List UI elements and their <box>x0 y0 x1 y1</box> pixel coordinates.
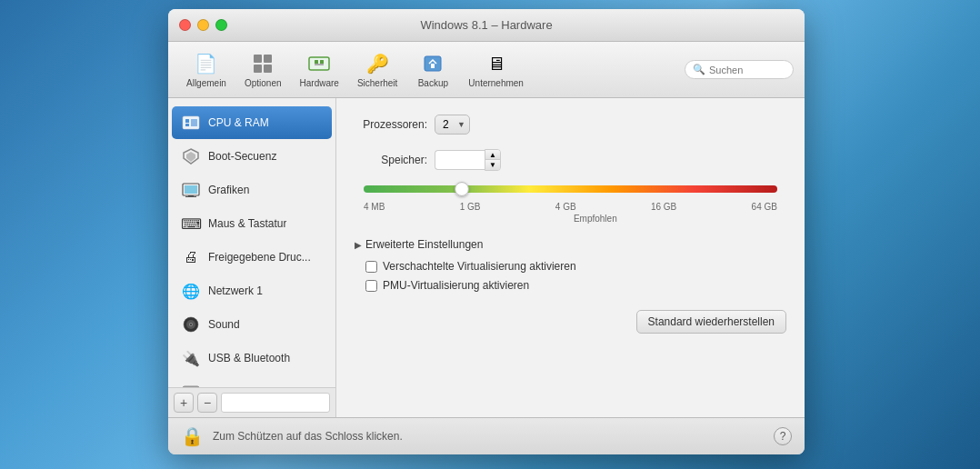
svg-rect-19 <box>185 185 197 194</box>
triangle-icon: ▶ <box>355 240 362 250</box>
search-box[interactable]: 🔍 <box>685 60 794 79</box>
svg-rect-3 <box>264 65 272 73</box>
sidebar-item-sound-label: Sound <box>208 318 240 331</box>
speicher-input[interactable]: 1500 MB <box>435 150 485 170</box>
toolbar-item-allgemein[interactable]: 📄 Allgemein <box>179 47 234 92</box>
sound-icon <box>181 314 201 334</box>
sicherheit-label: Sicherheit <box>357 78 397 88</box>
prozessoren-select-wrapper: 2 1 4 8 ▼ <box>435 115 470 135</box>
svg-rect-9 <box>431 64 435 68</box>
pmu-virt-label: PMU-Virtualisierung aktivieren <box>383 279 529 292</box>
backup-icon <box>420 51 445 76</box>
toolbar-item-unternehmen[interactable]: 🖥 Unternehmen <box>461 47 531 92</box>
pmu-virt-checkbox[interactable] <box>365 280 377 292</box>
sidebar-list: CPU & RAM Boot-Secuenz <box>168 98 335 387</box>
toolbar-item-backup[interactable]: Backup <box>408 47 457 92</box>
sidebar-item-netzwerk1[interactable]: 🌐 Netzwerk 1 <box>172 274 332 307</box>
allgemein-icon: 📄 <box>194 51 219 76</box>
sidebar-item-grafiken-label: Grafiken <box>208 184 249 196</box>
slider-mark1-label: 1 GB <box>460 202 481 212</box>
sidebar-item-maus-tastatur-label: Maus & Tastatur <box>208 217 286 230</box>
svg-rect-12 <box>185 124 189 126</box>
svg-rect-6 <box>320 60 324 64</box>
svg-rect-18 <box>185 196 196 197</box>
slider-mark3-label: 16 GB <box>651 202 676 212</box>
netzwerk1-icon: 🌐 <box>181 281 201 301</box>
hardware-icon <box>306 51 332 76</box>
hardware-label: Hardware <box>300 78 339 88</box>
sidebar-item-netzwerk1-label: Netzwerk 1 <box>208 284 263 297</box>
slider-track[interactable] <box>364 185 777 193</box>
nested-virt-checkbox[interactable] <box>365 261 377 273</box>
slider-thumb[interactable] <box>455 182 469 196</box>
add-item-button[interactable]: + <box>174 393 194 413</box>
sidebar-item-cpu-ram-label: CPU & RAM <box>208 116 269 129</box>
toolbar-item-sicherheit[interactable]: 🔑 Sicherheit <box>350 47 405 92</box>
speicher-increment[interactable]: ▲ <box>485 150 500 160</box>
search-input[interactable] <box>709 65 791 75</box>
usb-bluetooth-icon: 🔌 <box>181 348 201 368</box>
window-controls <box>179 19 227 31</box>
grafiken-icon <box>181 180 201 200</box>
sidebar-item-sound[interactable]: Sound <box>172 308 332 341</box>
sidebar-item-usb-bluetooth[interactable]: 🔌 USB & Bluetooth <box>172 342 332 374</box>
svg-marker-15 <box>186 152 195 162</box>
help-button[interactable]: ? <box>774 427 792 445</box>
sicherheit-icon: 🔑 <box>365 51 390 76</box>
bottom-text: Zum Schützen auf das Schloss klicken. <box>213 430 765 443</box>
bottom-bar: 🔒 Zum Schützen auf das Schloss klicken. … <box>168 417 805 454</box>
toolbar-item-hardware[interactable]: Hardware <box>293 47 346 92</box>
close-button[interactable] <box>179 19 191 31</box>
svg-rect-0 <box>254 55 262 63</box>
window-title: Windows 8.1 – Hardware <box>420 18 552 32</box>
svg-point-23 <box>190 324 192 325</box>
sidebar: CPU & RAM Boot-Secuenz <box>168 98 336 417</box>
svg-rect-2 <box>254 65 262 73</box>
maus-tastatur-icon: ⌨ <box>181 214 201 234</box>
speicher-row: Speicher: 1500 MB ▲ ▼ <box>355 149 786 171</box>
backup-label: Backup <box>418 78 448 88</box>
unternehmen-label: Unternehmen <box>468 78 524 88</box>
sidebar-item-grafiken[interactable]: Grafiken <box>172 174 332 206</box>
svg-rect-11 <box>185 119 189 123</box>
checkbox-row-pmu-virt: PMU-Virtualisierung aktivieren <box>355 279 786 292</box>
optionen-icon <box>250 51 275 76</box>
lock-icon: 🔒 <box>181 425 204 447</box>
titlebar: Windows 8.1 – Hardware <box>168 9 805 42</box>
lock-area[interactable]: 🔒 <box>181 425 204 447</box>
main-content: CPU & RAM Boot-Secuenz <box>168 98 805 417</box>
memory-slider-section: 4 MB 1 GB 4 GB 16 GB 64 GB Empfohlen <box>355 185 786 224</box>
restore-row: Standard wiederherstellen <box>355 310 786 334</box>
advanced-toggle[interactable]: ▶ Erweiterte Einstellungen <box>355 238 786 251</box>
boot-security-icon <box>181 146 201 166</box>
advanced-section: ▶ Erweiterte Einstellungen Verschachtelt… <box>355 238 786 292</box>
sidebar-item-freigegebene-label: Freigegebene Druc... <box>208 251 311 264</box>
sidebar-footer: + − <box>168 387 335 417</box>
remove-item-button[interactable]: − <box>197 393 217 413</box>
prozessoren-row: Prozessoren: 2 1 4 8 ▼ <box>355 115 786 135</box>
slider-max-label: 64 GB <box>752 202 777 212</box>
allgemein-label: Allgemein <box>186 78 226 88</box>
speicher-label: Speicher: <box>355 154 427 166</box>
minimize-button[interactable] <box>197 19 209 31</box>
maximize-button[interactable] <box>215 19 227 31</box>
sidebar-item-freigegebene[interactable]: 🖨 Freigegebene Druc... <box>172 241 332 274</box>
detail-panel: Prozessoren: 2 1 4 8 ▼ Speicher: 1500 MB <box>336 98 805 417</box>
restore-button[interactable]: Standard wiederherstellen <box>636 310 786 334</box>
speicher-decrement[interactable]: ▼ <box>485 160 500 170</box>
sidebar-item-cpu-ram[interactable]: CPU & RAM <box>172 106 332 139</box>
slider-mark2-label: 4 GB <box>555 202 576 212</box>
empfohlen-label: Empfohlen <box>414 214 777 224</box>
sidebar-item-boot-security[interactable]: Boot-Secuenz <box>172 140 332 173</box>
toolbar-item-optionen[interactable]: Optionen <box>237 47 289 92</box>
sidebar-item-festplatte1[interactable]: Festplatte 1 <box>172 375 332 387</box>
sidebar-item-usb-bluetooth-label: USB & Bluetooth <box>208 352 290 364</box>
speicher-stepper: 1500 MB ▲ ▼ <box>435 149 501 171</box>
advanced-label: Erweiterte Einstellungen <box>365 238 483 251</box>
optionen-label: Optionen <box>245 78 282 88</box>
prozessoren-select[interactable]: 2 1 4 8 <box>435 115 470 135</box>
sidebar-item-boot-security-label: Boot-Secuenz <box>208 150 276 163</box>
svg-rect-5 <box>315 60 318 64</box>
prozessoren-label: Prozessoren: <box>355 118 427 131</box>
sidebar-item-maus-tastatur[interactable]: ⌨ Maus & Tastatur <box>172 207 332 240</box>
